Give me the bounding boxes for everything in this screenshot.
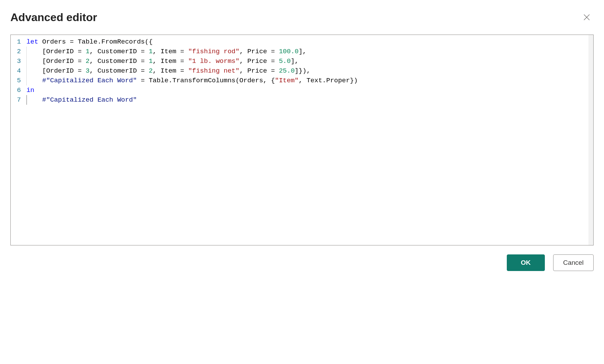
token-ident: [26, 96, 42, 104]
token-ident: ],: [291, 57, 299, 65]
dialog-title: Advanced editor: [10, 11, 97, 24]
token-ident: ]}),: [295, 67, 311, 75]
dialog-header: Advanced editor: [10, 10, 594, 24]
line-number: 4: [17, 66, 21, 76]
line-number: 5: [17, 76, 21, 85]
code-line[interactable]: in: [26, 85, 591, 95]
token-number: 2: [149, 67, 153, 75]
token-number: 1: [149, 57, 153, 65]
token-ident: , Item =: [153, 48, 188, 55]
token-string: "1 lb. worms": [188, 57, 239, 65]
token-ident: ],: [299, 48, 306, 55]
token-ident: , Price =: [239, 57, 279, 65]
token-string: "fishing rod": [188, 48, 239, 55]
token-ident: [OrderID =: [26, 57, 85, 65]
token-string: "Item": [275, 77, 299, 84]
code-area[interactable]: let Orders = Table.FromRecords({ [OrderI…: [25, 35, 593, 245]
indent-guide: [26, 66, 27, 76]
token-string: "fishing net": [188, 67, 239, 75]
token-quoted-ident: #"Capitalized Each Word": [42, 77, 137, 84]
close-button[interactable]: [580, 10, 594, 24]
token-keyword: in: [26, 86, 34, 94]
code-line[interactable]: #"Capitalized Each Word": [26, 95, 591, 105]
token-ident: , Price =: [239, 48, 279, 55]
code-line[interactable]: [OrderID = 1, CustomerID = 1, Item = "fi…: [26, 47, 591, 56]
token-number: 3: [85, 67, 89, 75]
token-keyword: let: [26, 38, 38, 46]
token-ident: [OrderID =: [26, 48, 85, 55]
line-number: 6: [17, 85, 21, 95]
indent-guide: [26, 76, 27, 85]
line-number: 3: [17, 56, 21, 66]
code-line[interactable]: [OrderID = 3, CustomerID = 2, Item = "fi…: [26, 66, 591, 76]
text-cursor: [26, 95, 27, 105]
line-number: 7: [17, 95, 21, 105]
token-number: 1: [149, 48, 153, 55]
code-line[interactable]: #"Capitalized Each Word" = Table.Transfo…: [26, 76, 591, 85]
token-number: 25.0: [279, 67, 295, 75]
cancel-button[interactable]: Cancel: [553, 254, 594, 271]
token-ident: , Text.Proper}): [299, 77, 358, 84]
token-ident: , Price =: [239, 67, 279, 75]
code-editor[interactable]: 1234567 let Orders = Table.FromRecords({…: [10, 35, 594, 245]
token-ident: [OrderID =: [26, 67, 85, 75]
token-quoted-ident: #"Capitalized Each Word": [42, 96, 137, 104]
token-number: 1: [85, 48, 89, 55]
vertical-scrollbar[interactable]: [588, 35, 593, 245]
token-number: 5.0: [279, 57, 291, 65]
ok-button[interactable]: OK: [507, 254, 545, 271]
token-ident: [26, 77, 42, 84]
token-ident: Orders = Table.FromRecords({: [38, 38, 153, 46]
indent-guide: [26, 56, 27, 66]
token-ident: , CustomerID =: [90, 48, 149, 55]
dialog-footer: OK Cancel: [10, 254, 594, 271]
advanced-editor-dialog: Advanced editor 1234567 let Orders = Tab…: [10, 10, 594, 271]
indent-guide: [26, 47, 27, 56]
token-ident: , Item =: [153, 67, 188, 75]
token-ident: = Table.TransformColumns(Orders, {: [137, 77, 275, 84]
token-ident: , Item =: [153, 57, 188, 65]
token-number: 2: [85, 57, 89, 65]
code-line[interactable]: let Orders = Table.FromRecords({: [26, 37, 591, 47]
line-number: 1: [17, 37, 21, 47]
line-gutter: 1234567: [11, 35, 25, 245]
close-icon: [583, 13, 591, 21]
line-number: 2: [17, 47, 21, 56]
token-ident: , CustomerID =: [90, 67, 149, 75]
code-line[interactable]: [OrderID = 2, CustomerID = 1, Item = "1 …: [26, 56, 591, 66]
token-number: 100.0: [279, 48, 299, 55]
token-ident: , CustomerID =: [90, 57, 149, 65]
